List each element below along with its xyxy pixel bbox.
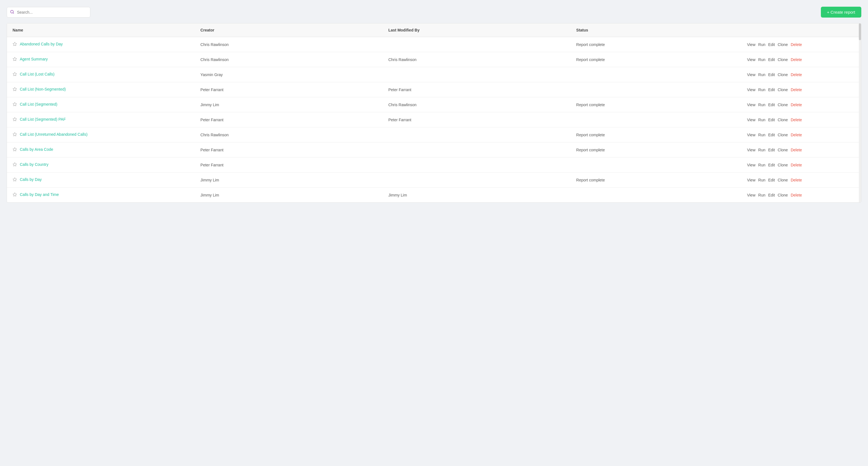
- action-delete-link[interactable]: Delete: [791, 88, 802, 92]
- action-clone-link[interactable]: Clone: [778, 42, 788, 47]
- action-edit-link[interactable]: Edit: [768, 118, 775, 122]
- report-name-link[interactable]: Calls by Day: [20, 177, 42, 182]
- action-run-link[interactable]: Run: [758, 133, 765, 137]
- action-run-link[interactable]: Run: [758, 72, 765, 77]
- star-icon[interactable]: [12, 87, 17, 93]
- action-clone-link[interactable]: Clone: [778, 178, 788, 182]
- action-view-link[interactable]: View: [747, 193, 755, 197]
- search-input[interactable]: [7, 7, 90, 18]
- action-run-link[interactable]: Run: [758, 118, 765, 122]
- creator-cell: Jimmy Lim: [195, 188, 383, 203]
- action-view-link[interactable]: View: [747, 118, 755, 122]
- action-clone-link[interactable]: Clone: [778, 133, 788, 137]
- report-name-link[interactable]: Calls by Country: [20, 162, 49, 167]
- report-name-link[interactable]: Call List (Non-Segmented): [20, 87, 66, 92]
- scrollbar-track[interactable]: [859, 24, 861, 202]
- action-delete-link[interactable]: Delete: [791, 103, 802, 107]
- action-view-link[interactable]: View: [747, 178, 755, 182]
- action-delete-link[interactable]: Delete: [791, 133, 802, 137]
- report-name-link[interactable]: Abandoned Calls by Day: [20, 41, 63, 47]
- action-delete-link[interactable]: Delete: [791, 42, 802, 47]
- action-run-link[interactable]: Run: [758, 88, 765, 92]
- action-delete-link[interactable]: Delete: [791, 72, 802, 77]
- action-delete-link[interactable]: Delete: [791, 58, 802, 62]
- svg-marker-4: [13, 72, 17, 76]
- creator-cell: Jimmy Lim: [195, 172, 383, 188]
- action-clone-link[interactable]: Clone: [778, 72, 788, 77]
- action-edit-link[interactable]: Edit: [768, 178, 775, 182]
- name-cell: Calls by Country: [7, 158, 195, 172]
- action-edit-link[interactable]: Edit: [768, 58, 775, 62]
- star-icon[interactable]: [12, 177, 17, 183]
- top-bar: + Create report: [7, 7, 861, 18]
- action-run-link[interactable]: Run: [758, 103, 765, 107]
- action-edit-link[interactable]: Edit: [768, 133, 775, 137]
- action-view-link[interactable]: View: [747, 103, 755, 107]
- action-view-link[interactable]: View: [747, 148, 755, 152]
- star-icon[interactable]: [12, 102, 17, 108]
- action-view-link[interactable]: View: [747, 42, 755, 47]
- action-clone-link[interactable]: Clone: [778, 193, 788, 197]
- report-name-link[interactable]: Call List (Segmented) PAF: [20, 117, 66, 122]
- action-clone-link[interactable]: Clone: [778, 118, 788, 122]
- star-icon[interactable]: [12, 117, 17, 123]
- action-view-link[interactable]: View: [747, 133, 755, 137]
- report-name-link[interactable]: Call List (Unreturned Abandoned Calls): [20, 132, 88, 137]
- action-run-link[interactable]: Run: [758, 193, 765, 197]
- action-clone-link[interactable]: Clone: [778, 58, 788, 62]
- name-cell: Calls by Area Code: [7, 142, 195, 158]
- star-icon[interactable]: [12, 162, 17, 168]
- star-icon[interactable]: [12, 147, 17, 153]
- svg-marker-5: [13, 87, 17, 91]
- action-edit-link[interactable]: Edit: [768, 148, 775, 152]
- action-edit-link[interactable]: Edit: [768, 163, 775, 167]
- action-view-link[interactable]: View: [747, 88, 755, 92]
- action-clone-link[interactable]: Clone: [778, 103, 788, 107]
- action-run-link[interactable]: Run: [758, 163, 765, 167]
- action-view-link[interactable]: View: [747, 72, 755, 77]
- actions-cell: ViewRunEditCloneDelete: [741, 127, 861, 142]
- action-delete-link[interactable]: Delete: [791, 148, 802, 152]
- action-delete-link[interactable]: Delete: [791, 178, 802, 182]
- svg-marker-12: [13, 193, 17, 196]
- star-icon[interactable]: [12, 42, 17, 47]
- action-run-link[interactable]: Run: [758, 42, 765, 47]
- action-edit-link[interactable]: Edit: [768, 103, 775, 107]
- report-name-link[interactable]: Agent Summary: [20, 57, 48, 62]
- action-view-link[interactable]: View: [747, 58, 755, 62]
- action-clone-link[interactable]: Clone: [778, 148, 788, 152]
- scrollbar-thumb[interactable]: [859, 24, 861, 40]
- action-clone-link[interactable]: Clone: [778, 88, 788, 92]
- action-run-link[interactable]: Run: [758, 148, 765, 152]
- status-cell: [571, 112, 742, 127]
- reports-table: Name Creator Last Modified By Status Aba…: [7, 24, 861, 202]
- action-run-link[interactable]: Run: [758, 178, 765, 182]
- last-modified-cell: [383, 37, 571, 52]
- action-delete-link[interactable]: Delete: [791, 193, 802, 197]
- search-wrapper: [7, 7, 90, 18]
- action-clone-link[interactable]: Clone: [778, 163, 788, 167]
- create-report-button[interactable]: + Create report: [821, 7, 861, 18]
- report-name-link[interactable]: Call List (Lost Calls): [20, 72, 54, 77]
- action-edit-link[interactable]: Edit: [768, 72, 775, 77]
- star-icon[interactable]: [12, 132, 17, 138]
- action-edit-link[interactable]: Edit: [768, 88, 775, 92]
- action-run-link[interactable]: Run: [758, 58, 765, 62]
- table-row: Agent SummaryChris RawlinsonChris Rawlin…: [7, 52, 861, 67]
- star-icon[interactable]: [12, 192, 17, 198]
- report-name-link[interactable]: Call List (Segmented): [20, 102, 57, 107]
- action-view-link[interactable]: View: [747, 163, 755, 167]
- name-cell: Agent Summary: [7, 52, 195, 67]
- action-edit-link[interactable]: Edit: [768, 193, 775, 197]
- report-name-link[interactable]: Calls by Day and Time: [20, 192, 59, 198]
- last-modified-cell: [383, 67, 571, 82]
- action-delete-link[interactable]: Delete: [791, 118, 802, 122]
- star-icon[interactable]: [12, 72, 17, 77]
- name-cell: Call List (Segmented): [7, 97, 195, 112]
- report-name-link[interactable]: Calls by Area Code: [20, 147, 53, 153]
- star-icon[interactable]: [12, 57, 17, 62]
- action-edit-link[interactable]: Edit: [768, 42, 775, 47]
- actions-cell: ViewRunEditCloneDelete: [741, 67, 861, 82]
- action-delete-link[interactable]: Delete: [791, 163, 802, 167]
- creator-cell: Peter Farrant: [195, 82, 383, 97]
